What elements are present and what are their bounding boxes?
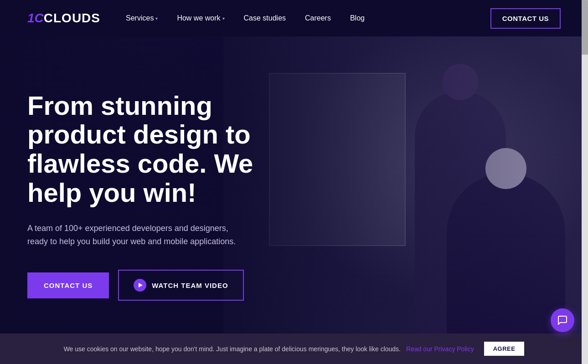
logo[interactable]: 1C CLOUDS: [27, 11, 100, 26]
hero-subtext-line1: A team of 100+ experienced developers an…: [27, 224, 228, 233]
nav-contact-button[interactable]: CONTACT US: [490, 8, 561, 29]
navbar: 1C CLOUDS Services ▾ How we work ▾ Case …: [0, 0, 588, 36]
nav-services-label: Services: [126, 14, 154, 22]
nav-blog[interactable]: Blog: [343, 10, 372, 26]
logo-ten: 1C: [27, 11, 44, 26]
nav-how-we-work-label: How we work: [177, 14, 220, 22]
nav-blog-label: Blog: [350, 14, 365, 22]
cookie-text: We use cookies on our website, hope you …: [64, 345, 401, 353]
hero-video-button[interactable]: WATCH TEAM VIDEO: [118, 270, 243, 301]
cookie-privacy-link[interactable]: Read our Privacy Policy: [406, 345, 474, 353]
nav-how-we-work[interactable]: How we work ▾: [170, 10, 232, 26]
play-icon: [134, 279, 146, 292]
hero-subtext-line2: ready to help you build your web and mob…: [27, 237, 236, 246]
logo-clouds: CLOUDS: [44, 11, 100, 26]
cookie-banner: We use cookies on our website, hope you …: [0, 333, 588, 364]
hero-video-label: WATCH TEAM VIDEO: [152, 282, 228, 289]
hero-subtext: A team of 100+ experienced developers an…: [27, 222, 269, 248]
play-triangle: [139, 283, 143, 287]
chevron-down-icon: ▾: [155, 16, 158, 21]
scrollbar-thumb[interactable]: [582, 0, 588, 55]
hero-contact-button[interactable]: CONTACT US: [27, 272, 109, 298]
chat-icon: [557, 315, 568, 326]
hero-buttons: CONTACT US WATCH TEAM VIDEO: [27, 270, 269, 301]
hero-content: From stunning product design to flawless…: [0, 55, 296, 338]
hero-headline: From stunning product design to flawless…: [27, 91, 269, 207]
chevron-down-icon-2: ▾: [222, 16, 225, 21]
nav-case-studies[interactable]: Case studies: [237, 10, 294, 26]
nav-services[interactable]: Services ▾: [119, 10, 165, 26]
chat-bubble[interactable]: [551, 308, 574, 332]
nav-case-studies-label: Case studies: [244, 14, 286, 22]
cookie-agree-button[interactable]: AGREE: [484, 342, 525, 356]
hero-section: From stunning product design to flawless…: [0, 36, 588, 355]
scrollbar[interactable]: [582, 0, 588, 364]
nav-careers-label: Careers: [305, 14, 331, 22]
nav-careers[interactable]: Careers: [298, 10, 338, 26]
nav-links: Services ▾ How we work ▾ Case studies Ca…: [119, 8, 561, 29]
